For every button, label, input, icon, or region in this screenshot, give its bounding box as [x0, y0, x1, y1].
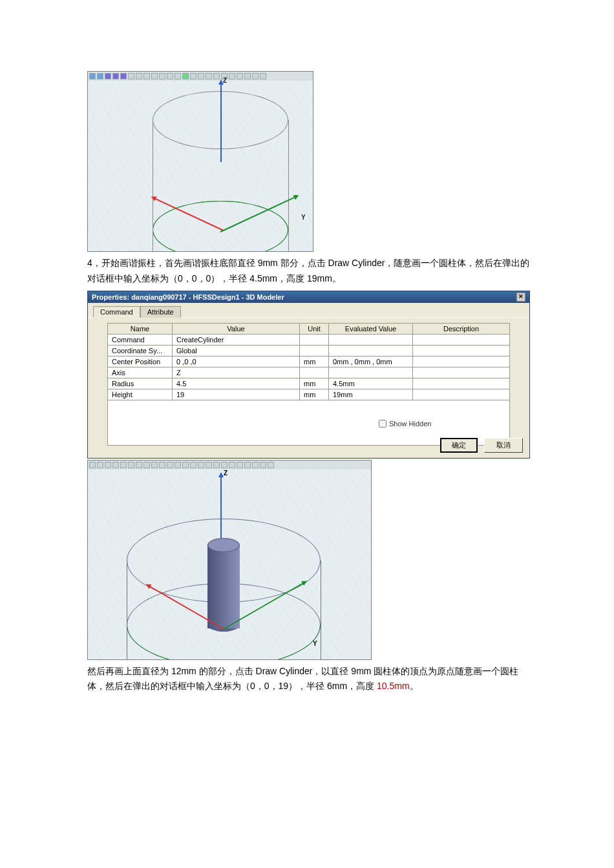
cell-value[interactable]: 0 ,0 ,0 — [173, 356, 300, 367]
cell-name: Axis — [108, 367, 173, 378]
table-row[interactable]: Coordinate Sy...Global — [108, 345, 510, 356]
show-hidden-input[interactable] — [379, 420, 386, 428]
col-evaluated: Evaluated Value — [329, 323, 413, 334]
step-next-paragraph: 然后再画上面直径为 12mm 的部分，点击 Draw Cylinder，以直径 … — [87, 664, 536, 695]
step4-paragraph: 4，开始画谐振柱，首先画谐振柱底部直径 9mm 部分，点击 Draw Cylin… — [87, 256, 536, 287]
table-row[interactable]: CommandCreateCylinder — [108, 334, 510, 345]
cell-value[interactable]: 19 — [173, 389, 300, 400]
cell-unit: mm — [300, 356, 329, 367]
cell-value[interactable]: 4.5 — [173, 378, 300, 389]
cell-description — [413, 334, 510, 345]
tab-command[interactable]: Command — [93, 306, 140, 318]
outer-side-right — [321, 561, 321, 660]
col-description: Description — [413, 323, 510, 334]
axis-y-label: Y — [301, 214, 306, 221]
cell-evaluated — [329, 367, 413, 378]
cylinder-side-right — [288, 120, 289, 252]
cell-name: Center Position — [108, 356, 173, 367]
solid-cylinder — [207, 538, 240, 632]
viewport-hollow-cylinder: Z Y — [87, 71, 313, 252]
axis2-z-label: Z — [224, 470, 228, 477]
cell-unit: mm — [300, 389, 329, 400]
cell-evaluated: 19mm — [329, 389, 413, 400]
viewport-solid-cylinder: Z Y — [87, 460, 372, 660]
viewport-toolbar — [88, 72, 313, 81]
cell-name: Command — [108, 334, 173, 345]
outer-side-left — [127, 561, 127, 660]
cell-value[interactable]: CreateCylinder — [173, 334, 300, 345]
cell-value[interactable]: Z — [173, 367, 300, 378]
show-hidden-checkbox[interactable]: Show Hidden — [107, 420, 510, 428]
dialog-title-text: Properties: danqiang090717 - HFSSDesign1… — [92, 293, 284, 301]
properties-dialog: Properties: danqiang090717 - HFSSDesign1… — [87, 291, 530, 459]
cell-unit — [300, 367, 329, 378]
cell-description — [413, 389, 510, 400]
dialog-close-button[interactable]: ✕ — [516, 293, 525, 302]
ok-button[interactable]: 确定 — [440, 438, 478, 453]
axis2-z — [220, 473, 222, 538]
cell-evaluated — [329, 345, 413, 356]
para2-part2: 。 — [410, 681, 419, 691]
dialog-titlebar: Properties: danqiang090717 - HFSSDesign1… — [88, 291, 529, 303]
cell-unit — [300, 345, 329, 356]
axis-z — [220, 81, 222, 162]
para2-part1: 然后再画上面直径为 12mm 的部分，点击 Draw Cylinder，以直径 … — [87, 666, 518, 692]
table-row[interactable]: Height19mm19mm — [108, 389, 510, 400]
cylinder-side-left — [153, 120, 153, 252]
col-name: Name — [108, 323, 173, 334]
cell-description — [413, 367, 510, 378]
show-hidden-label: Show Hidden — [389, 420, 431, 428]
cylinder-body — [207, 544, 240, 628]
cell-unit — [300, 334, 329, 345]
tab-attribute[interactable]: Attribute — [140, 306, 181, 318]
cell-description — [413, 378, 510, 389]
properties-table: Name Value Unit Evaluated Value Descript… — [107, 323, 510, 400]
axis2-y-label: Y — [313, 640, 317, 647]
cylinder-top-cap — [207, 538, 240, 552]
cell-description — [413, 356, 510, 367]
cell-name: Coordinate Sy... — [108, 345, 173, 356]
cell-value[interactable]: Global — [173, 345, 300, 356]
table-row[interactable]: Center Position0 ,0 ,0mm0mm , 0mm , 0mm — [108, 356, 510, 367]
axis-z-label: Z — [223, 77, 227, 84]
cell-evaluated: 0mm , 0mm , 0mm — [329, 356, 413, 367]
table-row[interactable]: Radius4.5mm4.5mm — [108, 378, 510, 389]
viewport2-toolbar — [88, 460, 371, 470]
cancel-button[interactable]: 取消 — [484, 438, 523, 453]
col-unit: Unit — [300, 323, 329, 334]
cell-description — [413, 345, 510, 356]
para2-red: 10.5mm — [377, 681, 410, 691]
cell-evaluated: 4.5mm — [329, 378, 413, 389]
col-value: Value — [173, 323, 300, 334]
cell-unit: mm — [300, 378, 329, 389]
cell-evaluated — [329, 334, 413, 345]
cell-name: Radius — [108, 378, 173, 389]
dialog-tabstrip: Command Attribute — [88, 303, 529, 318]
cell-name: Height — [108, 389, 173, 400]
table-row[interactable]: AxisZ — [108, 367, 510, 378]
